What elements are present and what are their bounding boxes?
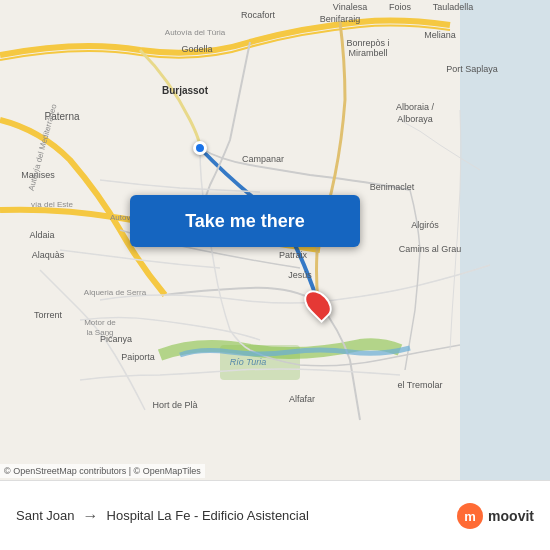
moovit-icon: m: [456, 502, 484, 530]
svg-text:Alboraya: Alboraya: [397, 114, 433, 124]
svg-text:Benimaclet: Benimaclet: [370, 182, 415, 192]
route-arrow: →: [83, 507, 99, 525]
bottom-bar: Sant Joan → Hospital La Fe - Edificio As…: [0, 480, 550, 550]
take-me-there-button[interactable]: Take me there: [130, 195, 360, 247]
svg-text:Mirambell: Mirambell: [348, 48, 387, 58]
svg-text:Bonrepòs i: Bonrepòs i: [346, 38, 389, 48]
svg-text:Camins al Grau: Camins al Grau: [399, 244, 462, 254]
svg-text:Hort de Plà: Hort de Plà: [152, 400, 197, 410]
svg-text:Río Turia: Río Turia: [230, 357, 266, 367]
svg-text:Aldaia: Aldaia: [29, 230, 54, 240]
svg-text:Godella: Godella: [181, 44, 212, 54]
svg-text:Alaquàs: Alaquàs: [32, 250, 65, 260]
svg-text:Torrent: Torrent: [34, 310, 63, 320]
svg-text:Algirós: Algirós: [411, 220, 439, 230]
origin-marker: [193, 141, 207, 155]
destination-marker: [307, 288, 329, 320]
svg-text:m: m: [464, 509, 476, 524]
svg-text:Alfafar: Alfafar: [289, 394, 315, 404]
svg-text:vía del Este: vía del Este: [31, 200, 73, 209]
svg-text:la Sang: la Sang: [86, 328, 113, 337]
svg-text:Rocafort: Rocafort: [241, 10, 276, 20]
svg-text:Alqueria de Serra: Alqueria de Serra: [84, 288, 147, 297]
moovit-logo: m moovit: [456, 502, 534, 530]
svg-text:Foios: Foios: [389, 2, 412, 12]
route-to: Hospital La Fe - Edificio Asistencial: [107, 508, 309, 523]
svg-text:Autovía del Túria: Autovía del Túria: [165, 28, 226, 37]
svg-text:Campanar: Campanar: [242, 154, 284, 164]
svg-text:el Tremolar: el Tremolar: [397, 380, 442, 390]
svg-text:Tauladella: Tauladella: [433, 2, 474, 12]
svg-text:Burjassot: Burjassot: [162, 85, 209, 96]
svg-text:Benifaraig: Benifaraig: [320, 14, 361, 24]
attribution-text: © OpenStreetMap contributors | © OpenMap…: [4, 466, 201, 476]
svg-text:Patraix: Patraix: [279, 250, 308, 260]
svg-text:Meliana: Meliana: [424, 30, 456, 40]
svg-text:Paiporta: Paiporta: [121, 352, 155, 362]
svg-text:Jesús: Jesús: [288, 270, 312, 280]
svg-text:Vinalesa: Vinalesa: [333, 2, 367, 12]
route-from: Sant Joan: [16, 508, 75, 523]
svg-text:Motor de: Motor de: [84, 318, 116, 327]
moovit-text: moovit: [488, 508, 534, 524]
svg-text:Port Saplaya: Port Saplaya: [446, 64, 498, 74]
map-container: Rocafort Godella Burjassot Paterna Manis…: [0, 0, 550, 480]
svg-text:Alboraia /: Alboraia /: [396, 102, 435, 112]
map-attribution: © OpenStreetMap contributors | © OpenMap…: [0, 464, 205, 478]
